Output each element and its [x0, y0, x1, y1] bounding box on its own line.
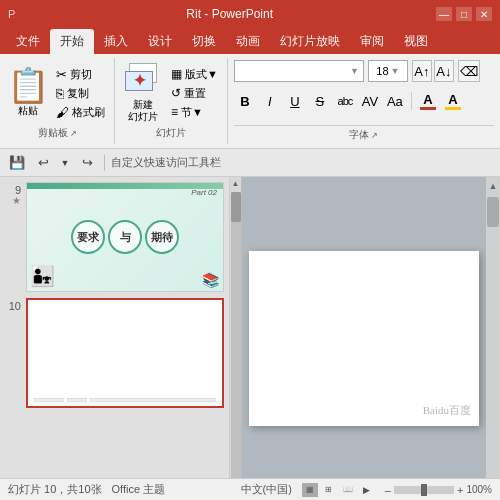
- font-name-dropdown[interactable]: ▼: [234, 60, 364, 82]
- undo-dropdown[interactable]: ▼: [58, 152, 72, 174]
- font-name-value: [239, 65, 350, 77]
- paste-label: 粘贴: [18, 104, 38, 118]
- slide-count-info: 幻灯片 10，共10张: [8, 482, 102, 497]
- title-bar: P Rit - PowerPoint — □ ✕: [0, 0, 500, 28]
- slide9-top-bar: [27, 183, 223, 189]
- char-spacing-button[interactable]: AV: [359, 90, 381, 112]
- main-scroll-thumb[interactable]: [487, 197, 499, 227]
- zoom-slider[interactable]: [394, 486, 454, 494]
- paste-area: 📋 粘贴 ✂ 剪切 ⎘ 复制 🖌 格式刷: [6, 61, 108, 125]
- slide-number-9: 9: [5, 182, 21, 196]
- font-expand-icon[interactable]: ↗: [371, 131, 378, 140]
- section-button[interactable]: ≡ 节▼: [168, 104, 221, 121]
- slide-10-preview: [28, 300, 222, 406]
- slide-sorter-btn[interactable]: ⊞: [321, 483, 337, 497]
- slide10-footer-box2: [67, 398, 87, 402]
- section-icon: ≡: [171, 105, 178, 119]
- tab-slideshow[interactable]: 幻灯片放映: [270, 29, 350, 54]
- font-color-button[interactable]: A: [417, 90, 439, 112]
- watermark: Baidu百度: [423, 403, 471, 418]
- clipboard-expand-icon[interactable]: ↗: [70, 129, 77, 138]
- zoom-in-btn[interactable]: +: [457, 484, 463, 496]
- theme-info: Office 主题: [112, 482, 166, 497]
- strikethrough-button[interactable]: S: [309, 90, 331, 112]
- close-button[interactable]: ✕: [476, 7, 492, 21]
- paste-side: ✂ 剪切 ⎘ 复制 🖌 格式刷: [53, 61, 108, 125]
- font-group-label: 字体 ↗: [234, 125, 494, 142]
- slide-options: ▦ 版式▼ ↺ 重置 ≡ 节▼: [168, 66, 221, 121]
- slide-panel: 9 ★ Part 02 要求 与 期待 👨‍👧 📚: [0, 177, 230, 500]
- font-decrease-button[interactable]: A↓: [434, 60, 454, 82]
- scissors-icon: ✂: [56, 67, 67, 82]
- new-slide-label: 新建幻灯片: [128, 99, 158, 123]
- maximize-button[interactable]: □: [456, 7, 472, 21]
- slide-meta-10: 10: [5, 298, 21, 312]
- highlight-color-button[interactable]: A: [442, 90, 464, 112]
- font-row-1: ▼ 18 ▼ A↑ A↓ ⌫: [234, 60, 494, 82]
- tab-transitions[interactable]: 切换: [182, 29, 226, 54]
- slides-group: ✦ 新建幻灯片 ▦ 版式▼ ↺ 重置 ≡ 节▼: [115, 58, 228, 144]
- undo-icon: ↩: [38, 155, 49, 170]
- slide-meta-9: 9 ★: [5, 182, 21, 206]
- slide-thumb-10[interactable]: [26, 298, 224, 408]
- slide10-footer-box1: [34, 398, 64, 402]
- change-case-button[interactable]: Aa: [384, 90, 406, 112]
- slide-9-preview: Part 02 要求 与 期待 👨‍👧 📚: [27, 183, 223, 291]
- edit-area: Baidu百度: [242, 177, 486, 500]
- reset-button[interactable]: ↺ 重置: [168, 85, 221, 102]
- current-slide[interactable]: Baidu百度: [249, 251, 479, 426]
- reading-view-btn[interactable]: 📖: [340, 483, 356, 497]
- slideshow-btn[interactable]: ▶: [359, 483, 375, 497]
- tab-animations[interactable]: 动画: [226, 29, 270, 54]
- slide-item-10[interactable]: 10: [5, 298, 224, 408]
- undo-button[interactable]: ↩: [32, 152, 54, 174]
- slide-thumb-9[interactable]: Part 02 要求 与 期待 👨‍👧 📚: [26, 182, 224, 292]
- tab-file[interactable]: 文件: [6, 29, 50, 54]
- bold-button[interactable]: B: [234, 90, 256, 112]
- cut-label: 剪切: [70, 67, 92, 82]
- copy-label: 复制: [67, 86, 89, 101]
- slide-item-9[interactable]: 9 ★ Part 02 要求 与 期待 👨‍👧 📚: [5, 182, 224, 292]
- new-slide-button[interactable]: ✦ 新建幻灯片: [121, 61, 165, 125]
- clipboard-group: 📋 粘贴 ✂ 剪切 ⎘ 复制 🖌 格式刷: [0, 58, 115, 144]
- layout-button[interactable]: ▦ 版式▼: [168, 66, 221, 83]
- shadow-button[interactable]: abc: [334, 90, 356, 112]
- clear-formatting-button[interactable]: ⌫: [458, 60, 480, 82]
- tab-design[interactable]: 设计: [138, 29, 182, 54]
- format-label: 格式刷: [72, 105, 105, 120]
- font-color-icon: A: [423, 92, 432, 107]
- section-label: 节▼: [181, 105, 203, 120]
- slide10-footer: [34, 398, 216, 402]
- tab-view[interactable]: 视图: [394, 29, 438, 54]
- paste-button[interactable]: 📋 粘贴: [6, 61, 50, 125]
- font-increase-button[interactable]: A↑: [412, 60, 432, 82]
- font-size-input[interactable]: 18 ▼: [368, 60, 408, 82]
- tab-review[interactable]: 审阅: [350, 29, 394, 54]
- shadow-icon: abc: [338, 95, 353, 107]
- tab-home[interactable]: 开始: [50, 29, 94, 54]
- minimize-button[interactable]: —: [436, 7, 452, 21]
- reset-label: 重置: [184, 86, 206, 101]
- spacing-icon: AV: [362, 94, 378, 109]
- paintbrush-icon: 🖌: [56, 105, 69, 120]
- view-buttons: ▦ ⊞ 📖 ▶: [302, 483, 375, 497]
- paste-icon: 📋: [7, 68, 49, 102]
- underline-button[interactable]: U: [284, 90, 306, 112]
- italic-button[interactable]: I: [259, 90, 281, 112]
- reset-icon: ↺: [171, 86, 181, 100]
- layout-icon: ▦: [171, 67, 182, 81]
- redo-button[interactable]: ↪: [76, 152, 98, 174]
- format-painter-button[interactable]: 🖌 格式刷: [53, 104, 108, 121]
- save-button[interactable]: 💾: [6, 152, 28, 174]
- zoom-out-btn[interactable]: –: [385, 484, 391, 496]
- normal-view-btn[interactable]: ▦: [302, 483, 318, 497]
- tab-insert[interactable]: 插入: [94, 29, 138, 54]
- copy-button[interactable]: ⎘ 复制: [53, 85, 108, 102]
- new-slide-icon: ✦: [125, 63, 161, 99]
- font-size-buttons: A↑ A↓: [412, 60, 454, 82]
- panel-scrollbar[interactable]: ▲ ▼: [230, 177, 242, 500]
- panel-scroll-up[interactable]: ▲: [232, 177, 240, 190]
- main-scroll-up-arrow[interactable]: ▲: [487, 179, 500, 193]
- cut-button[interactable]: ✂ 剪切: [53, 66, 108, 83]
- qa-divider: [104, 155, 105, 171]
